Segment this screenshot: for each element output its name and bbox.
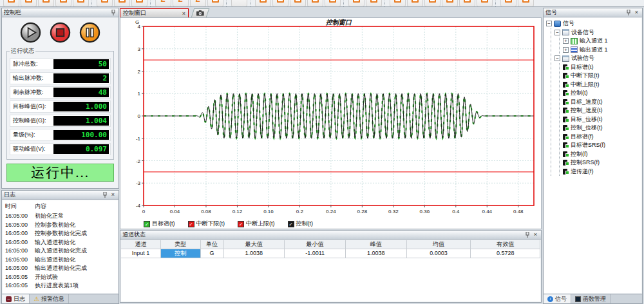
tree-item[interactable]: 控制_位移(t) <box>563 124 641 133</box>
toolbar-button[interactable]: L <box>173 0 189 7</box>
status-field-label: 控制峰值(G): <box>13 117 53 125</box>
stop-button[interactable] <box>50 22 71 43</box>
toolbar-button[interactable] <box>477 0 493 7</box>
toolbar-button[interactable] <box>407 0 423 7</box>
run-state-banner: 运行中... <box>6 164 114 182</box>
toolbar-button[interactable] <box>390 0 406 7</box>
toolbar-button[interactable] <box>348 0 365 7</box>
control-bar-panel-header: 控制栏 <box>2 8 118 17</box>
tree-item[interactable]: 目标谱(f) <box>563 133 641 142</box>
svg-text:0.44: 0.44 <box>482 209 492 214</box>
tree-item[interactable]: 中断下限(t) <box>563 71 641 81</box>
tab-signal-tab[interactable]: i信号 <box>544 294 571 303</box>
expand-icon[interactable]: + <box>563 47 569 53</box>
toolbar-button[interactable] <box>307 0 323 7</box>
svg-text:0.16: 0.16 <box>263 209 274 214</box>
legend-checkbox[interactable]: ✓ <box>188 221 194 227</box>
control-chart: 00.040.080.120.160.20.240.280.320.360.40… <box>120 18 542 218</box>
toolbar-button[interactable] <box>518 0 534 7</box>
legend-item[interactable]: ✓目标谱(t) <box>144 220 175 228</box>
control-window-chart-panel: 00.040.080.120.160.20.240.280.320.360.40… <box>120 17 542 229</box>
tree-item[interactable]: 控制_速度(t) <box>563 106 641 115</box>
toolbar-button[interactable] <box>207 0 223 7</box>
channel-col-header: 有效值 <box>471 240 540 249</box>
tree-item[interactable]: 目标_位移(t) <box>563 115 641 124</box>
toolbar-button[interactable] <box>459 0 475 7</box>
toolbar-button[interactable]: L <box>190 0 206 7</box>
log-content: 输入通道初始化完成 <box>35 247 118 256</box>
tree-item[interactable]: −设备信号 <box>554 28 641 37</box>
toolbar-button[interactable] <box>424 0 440 7</box>
tree-item[interactable]: 目标谱SRS(f) <box>563 141 641 150</box>
legend-checkbox[interactable]: ✓ <box>144 221 150 227</box>
channel-cell[interactable]: 控制 <box>161 249 201 258</box>
tree-item[interactable]: 控制(f) <box>563 150 641 159</box>
tree-item[interactable]: 目标_速度(t) <box>563 98 641 107</box>
tree-item[interactable]: −试验信号 <box>554 54 641 63</box>
legend-item[interactable]: ✓中断下限(t) <box>188 220 225 228</box>
log-time: 16:05:05 <box>5 273 35 282</box>
channel-cell: -1.0011 <box>285 249 346 258</box>
toolbar-button[interactable] <box>255 0 271 7</box>
pin-icon[interactable] <box>625 9 632 16</box>
tab-log-tab[interactable]: –日志 <box>2 294 30 303</box>
toolbar-button[interactable] <box>55 0 71 7</box>
toolbar-button[interactable] <box>3 0 19 7</box>
log-content: 输出通道初始化完成 <box>35 264 118 273</box>
toolbar-button[interactable] <box>500 0 516 7</box>
toolbar-button-icon <box>522 0 529 3</box>
legend-checkbox[interactable]: ✓ <box>288 221 294 227</box>
toolbar-button[interactable] <box>366 0 382 7</box>
tree-item[interactable]: −信号 <box>546 19 641 28</box>
svg-text:0.4: 0.4 <box>452 209 460 214</box>
toolbar-button[interactable] <box>131 0 147 7</box>
toolbar-button[interactable] <box>38 0 54 7</box>
pin-icon[interactable] <box>101 191 108 198</box>
toolbar-button[interactable] <box>272 0 289 7</box>
play-button[interactable] <box>20 22 41 43</box>
toolbar-separator <box>150 1 153 6</box>
legend-item[interactable]: ✓中断上限(t) <box>238 220 275 228</box>
toolbar-button[interactable] <box>73 0 89 7</box>
tab-warning[interactable]: ⚠报警信息 <box>30 294 69 303</box>
tab-function-manager[interactable]: 函数管理 <box>571 294 611 303</box>
main-toolbar: LLL~ <box>0 0 644 7</box>
tree-item[interactable]: +输出通道 1 <box>563 46 641 55</box>
svg-text:0.2: 0.2 <box>296 209 304 214</box>
toolbar-button[interactable] <box>325 0 341 7</box>
channel-table-header: 通道类型单位最大值最小值峰值均值有效值 <box>121 240 540 249</box>
collapse-icon[interactable]: − <box>546 21 552 26</box>
legend-item[interactable]: ✓控制(t) <box>288 220 314 228</box>
expand-icon[interactable]: + <box>563 38 569 44</box>
svg-text:-3: -3 <box>136 180 141 186</box>
snapshot-tab[interactable] <box>191 8 210 17</box>
status-field-row: 输出脉冲数:2 <box>10 72 111 84</box>
tree-item[interactable]: 控制SRS(f) <box>563 158 641 167</box>
tree-item[interactable]: 逆传递(f) <box>563 167 641 176</box>
log-time: 16:05:00 <box>5 221 35 230</box>
channel-col-header: 最大值 <box>224 240 285 249</box>
toolbar-button[interactable] <box>97 0 113 7</box>
tab-control-window[interactable]: 控制窗口 × <box>120 8 189 17</box>
close-icon[interactable]: × <box>633 9 640 16</box>
toolbar-button[interactable] <box>442 0 458 7</box>
close-icon[interactable]: × <box>532 231 539 238</box>
pin-icon[interactable] <box>524 231 531 238</box>
close-icon[interactable]: × <box>182 10 185 17</box>
tree-item[interactable]: 目标谱(t) <box>563 63 641 72</box>
svg-text:2: 2 <box>138 69 141 75</box>
toolbar-button[interactable] <box>114 0 130 7</box>
pause-button[interactable] <box>79 22 100 43</box>
pin-icon[interactable] <box>109 9 117 16</box>
toolbar-button[interactable] <box>21 0 37 7</box>
toolbar-button[interactable] <box>290 0 306 7</box>
tree-item[interactable]: 控制(t) <box>563 89 641 98</box>
tree-item[interactable]: 中断上限(t) <box>563 81 641 90</box>
toolbar-button[interactable]: L <box>155 0 171 7</box>
tree-item[interactable]: +输入通道 1 <box>563 37 641 46</box>
collapse-icon[interactable]: − <box>554 55 560 61</box>
close-icon[interactable]: × <box>109 191 117 198</box>
legend-checkbox[interactable]: ✓ <box>238 221 244 227</box>
collapse-icon[interactable]: − <box>554 30 560 35</box>
toolbar-button[interactable]: ~ <box>231 0 247 7</box>
